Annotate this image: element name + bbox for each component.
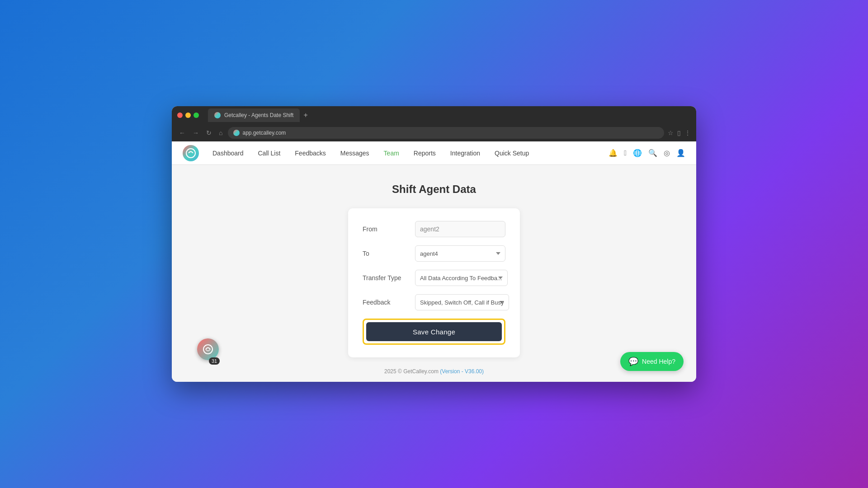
app-logo [183,145,199,161]
to-label: To [363,250,408,257]
nav-bar: Dashboard Call List Feedbacks Messages T… [172,141,696,165]
new-tab-button[interactable]: + [303,111,307,119]
nav-right: 🔔  🌐 🔍 ◎ 👤 [609,149,685,157]
save-button-wrapper: Save Change [363,319,505,345]
feedback-label: Feedback [363,299,408,306]
browser-chrome: Getcalley - Agents Date Shift + [172,106,696,124]
bell-icon[interactable]: ◎ [664,149,670,157]
notification-badge: 31 [209,357,220,365]
tab-bar: Getcalley - Agents Date Shift + [208,108,691,122]
browser-window: Getcalley - Agents Date Shift + ← → ↻ ⌂ … [172,106,696,382]
url-text: app.getcalley.com [242,130,286,136]
site-favicon [233,130,240,136]
nav-item-dashboard[interactable]: Dashboard [206,147,250,160]
globe-icon[interactable]: 🌐 [633,149,642,157]
transfer-type-row: Transfer Type All Data According To Feed… [363,270,505,286]
apple-icon[interactable]:  [624,149,627,157]
extensions-icon[interactable]: ▯ [677,129,681,136]
tab-favicon [214,112,221,118]
version-link[interactable]: (Version - V36.00) [440,368,484,375]
maximize-window-button[interactable] [193,113,199,118]
traffic-lights [177,113,199,118]
minimize-window-button[interactable] [185,113,191,118]
from-input[interactable] [415,221,505,237]
back-button[interactable]: ← [177,128,187,137]
address-bar-row: ← → ↻ ⌂ app.getcalley.com ☆ ▯ ⋮ [172,124,696,141]
app-widget-icon[interactable] [197,338,219,360]
from-row: From [363,221,505,237]
save-change-button[interactable]: Save Change [366,322,502,341]
footer: 2025 © GetCalley.com (Version - V36.00) [384,368,484,375]
toolbar-icons: ☆ ▯ ⋮ [668,129,691,136]
address-bar[interactable]: app.getcalley.com [228,127,664,139]
feedback-select[interactable]: Skipped, Switch Off, Call if Busy [415,294,509,310]
bookmark-icon[interactable]: ☆ [668,129,674,136]
page-title: Shift Agent Data [392,183,476,196]
nav-items: Dashboard Call List Feedbacks Messages T… [206,147,609,160]
nav-item-messages[interactable]: Messages [334,147,376,160]
footer-text: 2025 © GetCalley.com [384,368,439,375]
search-icon[interactable]: 🔍 [648,149,657,157]
nav-item-integration[interactable]: Integration [444,147,486,160]
transfer-type-label: Transfer Type [363,274,408,282]
nav-item-team[interactable]: Team [377,147,406,160]
svg-point-1 [203,345,212,354]
whatsapp-icon: 💬 [628,357,638,366]
nav-item-feedbacks[interactable]: Feedbacks [288,147,332,160]
feedback-row: Feedback Skipped, Switch Off, Call if Bu… [363,294,505,310]
menu-icon[interactable]: ⋮ [684,129,691,136]
forward-button[interactable]: → [191,128,201,137]
tab-title: Getcalley - Agents Date Shift [224,112,293,118]
nav-item-call-list[interactable]: Call List [252,147,287,160]
home-button[interactable]: ⌂ [217,128,224,137]
form-card: From To agent4 agent1 agent2 agent3 agen… [348,208,520,357]
app-area: Dashboard Call List Feedbacks Messages T… [172,141,696,382]
user-icon[interactable]: 👤 [676,149,685,157]
notification-icon[interactable]: 🔔 [609,149,618,157]
nav-item-quick-setup[interactable]: Quick Setup [488,147,535,160]
svg-point-0 [186,149,195,158]
to-row: To agent4 agent1 agent2 agent3 agent5 [363,245,505,262]
nav-item-reports[interactable]: Reports [407,147,442,160]
main-content: Shift Agent Data From To agent4 agent1 a… [172,165,696,382]
to-select[interactable]: agent4 agent1 agent2 agent3 agent5 [415,245,505,262]
browser-tab[interactable]: Getcalley - Agents Date Shift [208,108,300,122]
transfer-type-select[interactable]: All Data According To Feedba... [415,270,508,286]
need-help-button[interactable]: 💬 Need Help? [620,352,684,371]
close-window-button[interactable] [177,113,183,118]
from-label: From [363,225,408,233]
need-help-label: Need Help? [642,358,675,365]
reload-button[interactable]: ↻ [204,128,213,137]
